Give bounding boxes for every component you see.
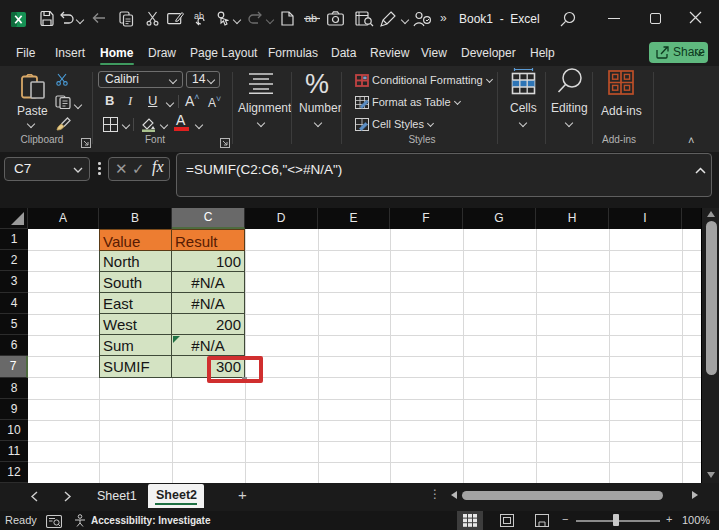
svg-text:ab: ab <box>194 11 204 21</box>
